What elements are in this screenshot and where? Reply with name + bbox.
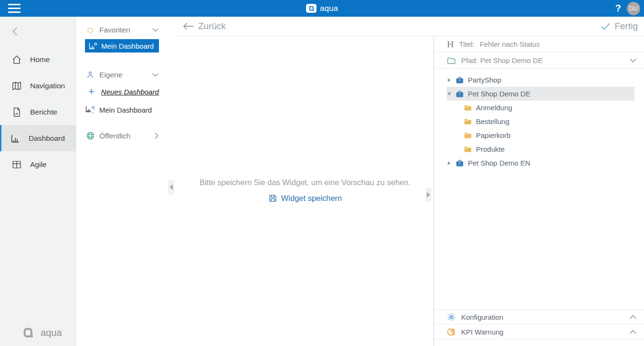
- sidebar-item-label: Agile: [30, 160, 46, 169]
- chevron-right-icon: [155, 133, 158, 139]
- path-label: Pfad:: [461, 56, 478, 64]
- own-section-header[interactable]: Eigene: [76, 70, 177, 79]
- save-widget-label: Widget speichern: [281, 194, 342, 203]
- user-avatar[interactable]: DU: [627, 2, 640, 15]
- chevron-up-icon: [630, 315, 636, 319]
- favorite-dashboard-label: Mein Dashboard: [101, 42, 154, 50]
- favorite-dashboard-item[interactable]: Mein Dashboard: [85, 39, 159, 52]
- tree-node-label: Pet Shop Demo DE: [468, 90, 530, 98]
- kpi-warning-section-header[interactable]: KPI Warnung: [434, 324, 644, 339]
- expander-collapsed-icon[interactable]: [447, 161, 452, 165]
- expander-expanded-icon[interactable]: [447, 93, 452, 95]
- project-briefcase-icon: [455, 90, 464, 98]
- project-briefcase-icon: [455, 76, 464, 84]
- tree-node-label: Anmeldung: [476, 104, 512, 112]
- tree-node-pet-shop-demo-en[interactable]: Pet Shop Demo EN: [447, 156, 634, 170]
- main-sidebar: Home Navigation Berichte Dashboard Agile: [0, 17, 76, 346]
- widget-path-row[interactable]: Pfad: Pet Shop Demo DE: [434, 52, 644, 69]
- work-area: Zurück Fertig Bitte speichern Sie das Wi…: [177, 17, 644, 346]
- back-label: Zurück: [198, 21, 226, 31]
- own-label: Eigene: [99, 71, 122, 79]
- own-dashboard-item[interactable]: Mein Dashboard: [76, 105, 177, 115]
- tree-node-bestellung[interactable]: Bestellung: [447, 115, 634, 128]
- tree-node-produkte[interactable]: Produkte: [447, 142, 634, 156]
- home-icon: [11, 54, 22, 65]
- checkmark-icon: [601, 23, 610, 30]
- expander-collapsed-icon[interactable]: [447, 78, 452, 82]
- configuration-section-header[interactable]: Konfiguration: [434, 309, 644, 324]
- sidebar-item-navigation[interactable]: Navigation: [0, 73, 76, 99]
- app-title: aqua: [320, 4, 338, 13]
- tree-node-partyshop[interactable]: PartyShop: [447, 73, 634, 87]
- favorites-section-header[interactable]: Favoriten: [76, 26, 177, 34]
- folder-outline-icon: [447, 57, 456, 64]
- save-floppy-icon: [268, 194, 277, 203]
- plus-icon: +: [88, 86, 95, 97]
- heart-icon: [86, 26, 95, 34]
- aqua-logo-gray-icon: [20, 326, 36, 339]
- done-button[interactable]: Fertig: [601, 21, 638, 31]
- favorites-label: Favoriten: [99, 26, 130, 34]
- footer-logo-text: aqua: [41, 327, 62, 338]
- sidebar-item-label: Berichte: [30, 108, 57, 116]
- collapse-dashboards-panel-handle[interactable]: [168, 180, 174, 194]
- sidebar-item-agile[interactable]: Agile: [0, 151, 76, 178]
- new-dashboard-label: Neues Dashboard: [101, 88, 159, 96]
- title-h-icon: H: [447, 40, 454, 49]
- widget-title-row[interactable]: H Titel: Fehler nach Status: [434, 36, 644, 52]
- kpi-warning-label: KPI Warnung: [461, 328, 504, 336]
- widget-preview-area: Bitte speichern Sie das Widget, um eine …: [177, 36, 433, 346]
- widget-editor-header: Zurück Fertig: [177, 17, 644, 36]
- dashboard-shared-favorite-icon: [85, 105, 95, 115]
- help-icon[interactable]: ?: [615, 3, 621, 14]
- work-body: Bitte speichern Sie das Widget, um eine …: [177, 36, 644, 346]
- save-widget-button[interactable]: Widget speichern: [177, 194, 433, 203]
- tree-node-papierkorb[interactable]: Papierkorb: [447, 128, 634, 142]
- properties-bottom-spacer: [434, 339, 644, 346]
- report-document-icon: [11, 107, 22, 117]
- sidebar-footer-logo: aqua: [0, 326, 76, 346]
- folder-icon: [464, 132, 472, 139]
- new-dashboard-button[interactable]: + Neues Dashboard: [76, 86, 177, 97]
- collapse-sidebar-button[interactable]: [0, 17, 76, 46]
- chevron-up-icon: [630, 330, 636, 334]
- aqua-logo-icon: [306, 4, 317, 13]
- chevron-left-icon: [11, 27, 18, 36]
- path-value: Pet Shop Demo DE: [480, 56, 543, 64]
- triangle-right-icon: [427, 192, 430, 198]
- chevron-down-icon[interactable]: [630, 58, 636, 63]
- sidebar-item-label: Home: [30, 55, 50, 64]
- globe-icon: [86, 131, 95, 140]
- public-section-header[interactable]: Öffentlich: [76, 131, 177, 140]
- sidebar-item-dashboard[interactable]: Dashboard: [0, 125, 76, 151]
- title-value: Fehler nach Status: [480, 40, 540, 48]
- sidebar-item-label: Dashboard: [29, 134, 65, 143]
- triangle-left-icon: [169, 184, 173, 190]
- preview-empty-message: Bitte speichern Sie das Widget, um eine …: [177, 178, 433, 187]
- tree-node-label: Papierkorb: [476, 131, 511, 139]
- public-label: Öffentlich: [99, 132, 130, 140]
- project-briefcase-icon: [455, 159, 464, 167]
- sidebar-item-berichte[interactable]: Berichte: [0, 99, 76, 125]
- configuration-label: Konfiguration: [461, 313, 503, 321]
- tree-node-label: Bestellung: [476, 117, 509, 126]
- app-brand: aqua: [0, 0, 644, 17]
- sidebar-item-home[interactable]: Home: [0, 46, 76, 73]
- back-button[interactable]: Zurück: [183, 21, 226, 31]
- map-icon: [11, 81, 22, 91]
- tree-node-pet-shop-demo-de[interactable]: Pet Shop Demo DE: [447, 87, 634, 101]
- top-bar: aqua ? DU: [0, 0, 644, 17]
- app-body: Home Navigation Berichte Dashboard Agile: [0, 17, 644, 346]
- done-label: Fertig: [614, 21, 638, 31]
- tree-node-label: Pet Shop Demo EN: [468, 159, 530, 167]
- project-tree: PartyShop Pet Shop Demo DE Anmeldun: [434, 69, 644, 309]
- pie-chart-icon: [447, 327, 456, 336]
- tree-node-label: Produkte: [476, 145, 505, 153]
- chevron-down-icon: [152, 73, 158, 77]
- board-grid-icon: [11, 159, 22, 170]
- person-icon: [86, 70, 95, 79]
- folder-icon: [464, 104, 472, 111]
- dashboard-widget-gear-icon: [88, 42, 98, 50]
- collapse-properties-panel-handle[interactable]: [425, 188, 432, 202]
- tree-node-anmeldung[interactable]: Anmeldung: [447, 101, 634, 115]
